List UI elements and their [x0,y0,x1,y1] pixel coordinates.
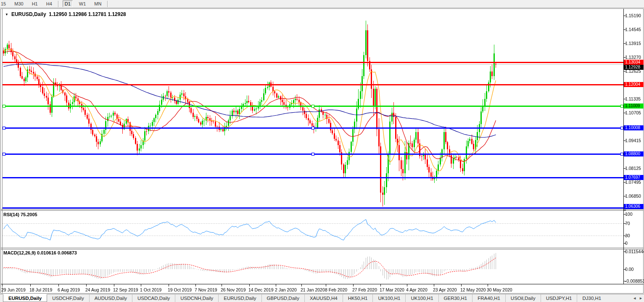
date-axis-label: 6 Aug 2019 [58,287,80,292]
date-axis-label: 27 Feb 2020 [352,287,377,292]
rsi-axis-tick-label: 0 [625,241,628,246]
macd-axis-tick-label: 0.00 [625,267,633,272]
macd-axis-tick-label: 0.0115444 [625,249,644,254]
price-axis-tick-label: 1.09415 [625,138,641,143]
price-level-badge: 1.10008 [624,125,644,130]
chart-tab-dj30-h1[interactable]: DJ30,H1 [577,294,606,302]
date-axis-label: 8 Feb 2020 [325,287,347,292]
rsi-axis-tick-label: 70 [625,221,630,226]
price-level-badge: 1.12004 [624,82,644,87]
date-axis: 29 Jun 201918 Jul 20196 Aug 201924 Aug 2… [0,287,644,293]
timeframe-toolbar: 15M30H1H4D1W1MN [0,0,644,8]
macd-axis-tick-label: -0.0088538 [625,278,644,283]
rsi-indicator-label: RSI(14) 75.2005 [3,212,37,217]
date-axis-label: 4 Apr 2020 [406,287,428,292]
macd-axis-labels: 0.01154440.00-0.0088538 [625,249,644,284]
date-axis-label: 21 Jan 2020 [301,287,325,292]
chart-tab-usoil-daily[interactable]: USOil,Daily [505,294,541,302]
price-axis-tick-label: 1.08125 [625,166,641,171]
timeframe-button-h4[interactable]: H4 [44,0,54,7]
price-chart-canvas[interactable] [0,0,644,302]
date-axis-label: 12 Sep 2019 [113,287,138,292]
chart-tab-ger30-h1[interactable]: GER30,H1 [438,294,472,302]
chart-tab-usdcnh-daily[interactable]: USDCNH,Daily [175,294,218,302]
price-level-badge: 1.06306 [624,204,644,209]
mt4-terminal: 15M30H1H4D1W1MN ▼EURUSD,Daily 1.12950 1.… [0,0,644,302]
price-axis-tick-label: 1.15190 [625,13,641,18]
price-axis-tick-label: 1.13915 [625,41,641,46]
price-level-badge: 1.07697 [624,175,644,180]
price-axis-tick-label: 1.07495 [625,180,641,185]
chart-tab-uk100-h1[interactable]: UK100,H1 [405,294,438,302]
date-axis-label: 2 Jan 2020 [275,287,297,292]
date-axis-label: 14 Dec 2019 [248,287,274,292]
ohlc-values: 1.12950 1.12986 1.12781 1.12928 [49,11,126,17]
date-axis-label: 19 Oct 2019 [168,287,192,292]
chart-tab-usdjpy-h1[interactable]: USDJPY,H1 [541,294,577,302]
price-axis-tick-label: 1.10705 [625,110,641,115]
tab-scroll-right-icon[interactable]: ► [639,296,643,300]
chevron-down-icon[interactable]: ▼ [5,13,8,16]
chart-tab-usdcad-daily[interactable]: USDCAD,Daily [132,294,175,302]
date-axis-label: 29 Jun 2019 [1,287,26,292]
chart-tabs-bar: EURUSD,DailyUSDCHF,DailyAUDUSD,DailyUSDC… [0,294,644,302]
date-axis-label: 17 Mar 2020 [380,287,404,292]
price-level-badge: 1.11009 [624,103,644,109]
symbol-period-label: EURUSD,Daily [11,11,46,17]
tab-scroll-left-icon[interactable]: ◄ [633,296,636,300]
chart-tab-fra40-h1[interactable]: FRA40,H1 [472,294,505,302]
chart-tab-gbpusd-daily[interactable]: GBPUSD,Daily [261,294,304,302]
chart-tab-eurusd-daily[interactable]: EURUSD,Daily [218,294,261,302]
rsi-axis-labels: 10070300 [625,209,644,247]
chart-title: ▼EURUSD,Daily 1.12950 1.12986 1.12781 1.… [5,11,126,17]
price-level-badge: 1.12928 [624,65,644,70]
timeframe-button-mn[interactable]: MN [92,0,103,7]
macd-indicator-label: MACD(12,26,9) 0.010616 0.006873 [3,250,77,255]
date-axis-label: 7 Nov 2019 [195,287,217,292]
date-axis-label: 23 Apr 2020 [433,287,457,292]
date-axis-label: 30 May 2020 [487,287,512,292]
price-axis-tick-label: 1.14545 [625,27,641,32]
rsi-axis-tick-label: 100 [625,212,633,217]
chart-tab-xauusd-h4[interactable]: XAUUSD,H4 [304,294,343,302]
tab-scroll-arrows: ◄ ► [633,294,643,302]
timeframe-button-15[interactable]: 15 [0,0,8,7]
price-level-badge: 1.13034 [624,60,644,65]
price-level-badge: 1.08800 [624,151,644,156]
rsi-axis-tick-label: 30 [625,233,630,238]
timeframe-button-d1[interactable]: D1 [63,0,73,7]
chart-tab-usdchf-daily[interactable]: USDCHF,Daily [47,294,89,302]
date-axis-label: 26 Nov 2019 [221,287,246,292]
timeframe-button-h1[interactable]: H1 [30,0,40,7]
timeframe-button-w1[interactable]: W1 [77,0,88,7]
date-axis-label: 18 Jul 2019 [29,287,52,292]
price-axis-tick-label: 1.06850 [625,193,641,199]
chart-tab-uk100-h1[interactable]: UK100,H1 [372,294,405,302]
price-axis-tick-label: 1.13270 [625,55,641,60]
date-axis-label: 12 May 2020 [460,287,486,292]
chart-tab-audusd-daily[interactable]: AUDUSD,Daily [89,294,132,302]
chart-tab-hk50-h1[interactable]: HK50,H1 [343,294,373,302]
date-axis-label: 1 Oct 2019 [140,287,161,292]
toolbar-separator [107,1,108,7]
date-axis-label: 24 Aug 2019 [85,287,110,292]
chart-tab-eurusd-daily[interactable]: EURUSD,Daily [3,294,47,302]
price-axis-tick-label: 1.11335 [625,96,641,101]
toolbar-separator [58,1,59,7]
timeframe-button-m30[interactable]: M30 [12,0,25,7]
